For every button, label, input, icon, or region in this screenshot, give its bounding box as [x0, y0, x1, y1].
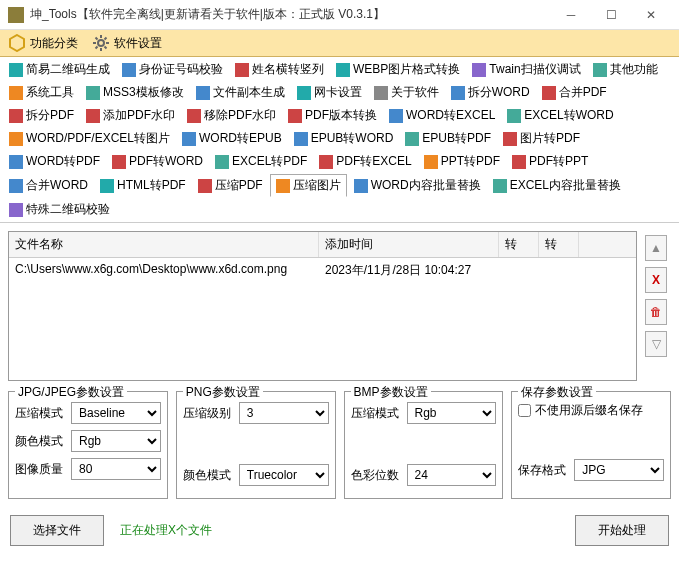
- tab-label: MSS3模板修改: [103, 84, 184, 101]
- settings-button[interactable]: 软件设置: [92, 34, 162, 52]
- tab-label: 压缩图片: [293, 177, 341, 194]
- choose-file-button[interactable]: 选择文件: [10, 515, 104, 546]
- minimize-button[interactable]: ─: [551, 1, 591, 29]
- tab-label: 其他功能: [610, 61, 658, 78]
- tab-文件副本生成[interactable]: 文件副本生成: [191, 82, 290, 103]
- delete-button[interactable]: X: [645, 267, 667, 293]
- tab-EXCEL内容批量替换[interactable]: EXCEL内容批量替换: [488, 174, 626, 197]
- tab-PDF转EXCEL[interactable]: PDF转EXCEL: [314, 151, 416, 172]
- categories-button[interactable]: 功能分类: [8, 34, 78, 52]
- window-title: 坤_Tools【软件完全离线|更新请看关于软件|版本：正式版 V0.3.1】: [30, 6, 551, 23]
- tab-压缩PDF[interactable]: 压缩PDF: [193, 174, 268, 197]
- tab-MSS3模板修改[interactable]: MSS3模板修改: [81, 82, 189, 103]
- svg-point-1: [98, 40, 104, 46]
- tab-WORD转EPUB[interactable]: WORD转EPUB: [177, 128, 287, 149]
- start-button[interactable]: 开始处理: [575, 515, 669, 546]
- jpg-color-select[interactable]: Rgb: [71, 430, 161, 452]
- file-row[interactable]: C:\Users\www.x6g.com\Desktop\www.x6d.com…: [9, 258, 636, 283]
- col-filename[interactable]: 文件名称: [9, 232, 319, 257]
- file-panel: 文件名称 添加时间 转 转 C:\Users\www.x6g.com\Deskt…: [8, 231, 637, 381]
- tab-icon: [182, 132, 196, 146]
- tab-PDF转PPT[interactable]: PDF转PPT: [507, 151, 593, 172]
- tab-label: PDF转PPT: [529, 153, 588, 170]
- tab-HTML转PDF[interactable]: HTML转PDF: [95, 174, 191, 197]
- tab-EXCEL转WORD[interactable]: EXCEL转WORD: [502, 105, 618, 126]
- save-format-select[interactable]: JPG: [574, 459, 664, 481]
- tab-合并PDF[interactable]: 合并PDF: [537, 82, 612, 103]
- tab-label: WORD转EPUB: [199, 130, 282, 147]
- tab-压缩图片[interactable]: 压缩图片: [270, 174, 347, 197]
- use-source-ext-checkbox[interactable]: [518, 404, 531, 417]
- png-color-select[interactable]: Truecolor: [239, 464, 329, 486]
- col-conv1[interactable]: 转: [499, 232, 539, 257]
- file-time-cell: 2023年/11月/28日 10:04:27: [319, 261, 499, 280]
- move-up-button[interactable]: ▲: [645, 235, 667, 261]
- tab-特殊二维码校验[interactable]: 特殊二维码校验: [4, 199, 115, 220]
- jpg-compress-select[interactable]: Baseline: [71, 402, 161, 424]
- tab-简易二维码生成[interactable]: 简易二维码生成: [4, 59, 115, 80]
- close-button[interactable]: ✕: [631, 1, 671, 29]
- titlebar: 坤_Tools【软件完全离线|更新请看关于软件|版本：正式版 V0.3.1】 ─…: [0, 0, 679, 30]
- tab-网卡设置[interactable]: 网卡设置: [292, 82, 367, 103]
- tab-PPT转PDF[interactable]: PPT转PDF: [419, 151, 505, 172]
- tab-WORD转PDF[interactable]: WORD转PDF: [4, 151, 105, 172]
- tab-移除PDF水印[interactable]: 移除PDF水印: [182, 105, 281, 126]
- tab-WORD/PDF/EXCEL转图片[interactable]: WORD/PDF/EXCEL转图片: [4, 128, 175, 149]
- main-toolbar: 功能分类 软件设置: [0, 30, 679, 57]
- processing-status: 正在处理X个文件: [120, 522, 559, 539]
- tab-label: WORD转EXCEL: [406, 107, 495, 124]
- tab-Twain扫描仪调试[interactable]: Twain扫描仪调试: [467, 59, 585, 80]
- tab-icon: [198, 179, 212, 193]
- tab-icon: [294, 132, 308, 146]
- tab-拆分WORD[interactable]: 拆分WORD: [446, 82, 535, 103]
- tab-EXCEL转PDF[interactable]: EXCEL转PDF: [210, 151, 312, 172]
- tab-图片转PDF[interactable]: 图片转PDF: [498, 128, 585, 149]
- tab-关于软件[interactable]: 关于软件: [369, 82, 444, 103]
- tab-系统工具[interactable]: 系统工具: [4, 82, 79, 103]
- col-addtime[interactable]: 添加时间: [319, 232, 499, 257]
- tab-icon: [542, 86, 556, 100]
- bmp-bits-select[interactable]: 24: [407, 464, 497, 486]
- tab-PDF版本转换[interactable]: PDF版本转换: [283, 105, 382, 126]
- tab-添加PDF水印[interactable]: 添加PDF水印: [81, 105, 180, 126]
- tab-icon: [86, 86, 100, 100]
- file-side-buttons: ▲ X 🗑 ▽: [641, 231, 671, 381]
- tab-icon: [424, 155, 438, 169]
- tab-WEBP图片格式转换[interactable]: WEBP图片格式转换: [331, 59, 465, 80]
- tab-icon: [100, 179, 114, 193]
- tab-合并WORD[interactable]: 合并WORD: [4, 174, 93, 197]
- group-legend: BMP参数设置: [351, 384, 431, 401]
- png-level-select[interactable]: 3: [239, 402, 329, 424]
- move-down-button[interactable]: ▽: [645, 331, 667, 357]
- params-area: JPG/JPEG参数设置 压缩模式Baseline 颜色模式Rgb 图像质量80…: [8, 391, 671, 499]
- tab-label: EXCEL内容批量替换: [510, 177, 621, 194]
- tab-身份证号码校验[interactable]: 身份证号码校验: [117, 59, 228, 80]
- tab-icon: [405, 132, 419, 146]
- tab-icon: [354, 179, 368, 193]
- col-conv2[interactable]: 转: [539, 232, 579, 257]
- bmp-compress-select[interactable]: Rgb: [407, 402, 497, 424]
- save-params-group: 保存参数设置 不使用源后缀名保存 保存格式JPG: [511, 391, 671, 499]
- tab-icon: [374, 86, 388, 100]
- tab-姓名横转竖列[interactable]: 姓名横转竖列: [230, 59, 329, 80]
- tab-icon: [9, 86, 23, 100]
- tab-拆分PDF[interactable]: 拆分PDF: [4, 105, 79, 126]
- tab-label: 关于软件: [391, 84, 439, 101]
- checkbox-label: 不使用源后缀名保存: [535, 402, 643, 419]
- tab-label: 拆分PDF: [26, 107, 74, 124]
- tab-PDF转WORD[interactable]: PDF转WORD: [107, 151, 208, 172]
- tab-其他功能[interactable]: 其他功能: [588, 59, 663, 80]
- tab-WORD内容批量替换[interactable]: WORD内容批量替换: [349, 174, 486, 197]
- maximize-button[interactable]: ☐: [591, 1, 631, 29]
- jpg-quality-select[interactable]: 80: [71, 458, 161, 480]
- tab-EPUB转WORD[interactable]: EPUB转WORD: [289, 128, 399, 149]
- tab-WORD转EXCEL[interactable]: WORD转EXCEL: [384, 105, 500, 126]
- tab-icon: [9, 203, 23, 217]
- label: 图像质量: [15, 461, 67, 478]
- file-list[interactable]: 文件名称 添加时间 转 转 C:\Users\www.x6g.com\Deskt…: [9, 232, 636, 380]
- label: 压缩模式: [15, 405, 67, 422]
- label: 压缩级别: [183, 405, 235, 422]
- tab-EPUB转PDF[interactable]: EPUB转PDF: [400, 128, 496, 149]
- clear-button[interactable]: 🗑: [645, 299, 667, 325]
- tab-icon: [451, 86, 465, 100]
